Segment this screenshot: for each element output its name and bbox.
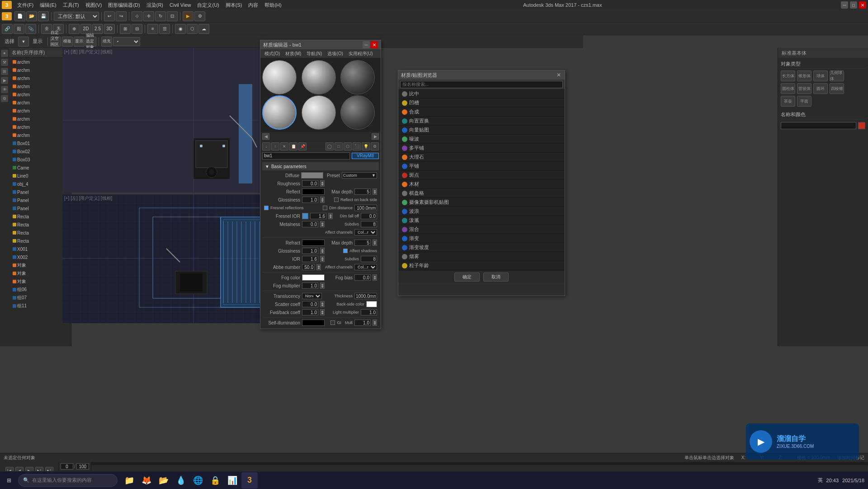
refract-channels-dropdown[interactable]: Col...rly <box>354 264 377 270</box>
scene-item[interactable]: 对象 <box>9 269 71 277</box>
mat-browser-list-item[interactable]: 波浪 <box>398 207 565 216</box>
scene-item[interactable]: Box02 <box>9 147 71 155</box>
mat-light-btn[interactable]: 💡 <box>362 142 370 150</box>
scene-item[interactable]: X001 <box>9 245 71 253</box>
mat-paste-btn[interactable]: 📌 <box>298 142 307 150</box>
mat-menu-mode[interactable]: 模式(O) <box>262 50 282 58</box>
taskbar-icon-water[interactable]: 💧 <box>173 472 189 489</box>
scene-item[interactable]: archm <box>9 131 71 139</box>
mat-sphere-4[interactable] <box>262 95 297 130</box>
taskbar-icon-edge[interactable]: 🌐 <box>190 472 206 489</box>
mat-put-btn[interactable]: ↑ <box>271 142 279 150</box>
display-panel-icon[interactable]: 👁 <box>1 86 8 93</box>
mat-browser-confirm-btn[interactable]: 确定 <box>454 273 480 282</box>
fog-mult-value[interactable] <box>302 282 318 289</box>
fog-bias-value[interactable] <box>354 274 371 281</box>
scale-btn[interactable]: ⊡ <box>167 11 178 21</box>
gi-checkbox[interactable] <box>330 320 335 325</box>
mat-browser-list-item[interactable]: 凹槽 <box>398 99 565 108</box>
metalness-value[interactable] <box>302 221 318 227</box>
basic-params-header[interactable]: ▼ Basic parameters <box>262 162 379 170</box>
mat-browser-titlebar[interactable]: 材质/贴图浏览器 ✕ <box>398 71 565 80</box>
mat-browser-list-item[interactable]: 泼溅 <box>398 216 565 225</box>
mult-spinner[interactable]: ⇕ <box>373 320 377 326</box>
customize-sel-btn[interactable]: 自定义空间区域 <box>50 37 61 47</box>
fill-dropdown[interactable]: • <box>113 37 140 46</box>
mat-editor-close[interactable]: ✕ <box>371 41 378 48</box>
open-btn[interactable]: 📂 <box>26 11 37 21</box>
menu-content[interactable]: 内容 <box>245 1 261 9</box>
taskbar-icon-firefox[interactable]: 🦊 <box>138 472 155 489</box>
save-btn[interactable]: 💾 <box>38 11 49 21</box>
reflect-back-checkbox[interactable] <box>334 197 339 202</box>
scene-item[interactable]: archm <box>9 99 71 107</box>
translucency-dropdown[interactable]: None <box>302 293 322 299</box>
mat-get-btn[interactable]: ↓ <box>262 142 270 150</box>
shape-btn-torus[interactable]: 圆环 <box>813 83 828 94</box>
scene-item[interactable]: archm <box>9 58 71 66</box>
mat-browser-list-item[interactable]: 斑点 <box>398 171 565 180</box>
fog-color-box[interactable] <box>302 274 325 281</box>
mat-menu-material[interactable]: 材质(M) <box>283 50 303 58</box>
select-filter-btn[interactable]: ▼ <box>18 37 29 47</box>
scene-item[interactable]: archm <box>9 74 71 82</box>
scene-item[interactable]: 对象 <box>9 277 71 286</box>
dim-distance-value[interactable] <box>354 205 377 211</box>
scene-item[interactable]: archm <box>9 123 71 131</box>
refract-color-box[interactable] <box>302 240 325 246</box>
motion-icon[interactable]: ▶ <box>1 77 8 84</box>
taskbar-icon-3dsmax[interactable]: 3 <box>241 472 258 489</box>
matl-btn[interactable]: ◉ <box>175 24 186 34</box>
taskbar-icon-security[interactable]: 🔒 <box>207 472 223 489</box>
select-btn[interactable]: ⊹ <box>132 11 142 21</box>
snap3d-btn[interactable]: 3D <box>104 24 115 34</box>
scene-item[interactable]: archm <box>9 115 71 123</box>
scene-item[interactable]: 对象 <box>9 261 71 269</box>
mirror-btn[interactable]: ⊞ <box>120 24 131 34</box>
array-btn[interactable]: ⊟ <box>132 24 142 34</box>
scene-item[interactable]: Line0 <box>9 172 71 180</box>
mat-browser-list-item[interactable]: 烟雾 <box>398 252 565 261</box>
scene-item[interactable]: obj_4 <box>9 180 71 188</box>
spline-edit-btn[interactable]: 编辑选定对象 <box>85 37 96 47</box>
shape-btn-geosphere[interactable]: 几何球体 <box>830 71 844 81</box>
mat-editor-titlebar[interactable]: 材质编辑器 - bw1 ─ ✕ <box>260 40 381 49</box>
modify-icon[interactable]: ⚒ <box>1 59 8 66</box>
scene-item[interactable]: Panel <box>9 188 71 196</box>
self-illum-color[interactable] <box>302 320 325 326</box>
object-name-input[interactable] <box>781 122 856 129</box>
shape-btn-plane[interactable]: 平面 <box>797 96 811 107</box>
fresnel-ior-spinner[interactable]: ⇕ <box>328 213 333 219</box>
menu-view[interactable]: 视图(V) <box>83 1 105 9</box>
mat-browser-list-item[interactable]: 木材 <box>398 180 565 189</box>
mat-browser-list-item[interactable]: 大理石 <box>398 153 565 162</box>
backside-color[interactable] <box>366 301 377 307</box>
refract-depth-spinner[interactable]: ⇕ <box>373 240 377 246</box>
menu-graph[interactable]: 图形编辑器(D) <box>105 1 142 9</box>
mat-menu-utilities[interactable]: 实用程序(U) <box>346 50 375 58</box>
mat-sphere-2[interactable] <box>302 60 336 94</box>
menu-script[interactable]: 脚本(S) <box>223 1 245 9</box>
shape-btn-pyramid[interactable]: 四棱锥 <box>830 83 844 94</box>
taskbar-icon-files[interactable]: 📁 <box>121 472 137 489</box>
metalness-spinner[interactable]: ⇕ <box>320 221 325 227</box>
shape-btn-teapot[interactable]: 茶壶 <box>781 96 795 107</box>
shape-btn-box[interactable]: 长方体 <box>781 71 795 81</box>
glossiness-value[interactable] <box>302 197 318 203</box>
taskbar-icon-chart[interactable]: 📊 <box>224 472 241 489</box>
mat-search-input[interactable] <box>400 81 563 88</box>
fresnel-ior-value[interactable] <box>310 213 326 219</box>
scene-item[interactable]: Box03 <box>9 155 71 164</box>
mat-browser-close[interactable]: ✕ <box>556 72 562 78</box>
create-icon[interactable]: ✦ <box>1 50 8 57</box>
mat-browser-list-item[interactable]: 棋盘格 <box>398 189 565 198</box>
scene-item[interactable]: 组11 <box>9 302 71 310</box>
total-frames-input[interactable] <box>76 463 89 470</box>
scene-item[interactable]: archm <box>9 82 71 90</box>
affect-channels-dropdown[interactable]: Col...rly <box>354 229 377 235</box>
fill-btn[interactable]: 填充 <box>101 37 112 47</box>
max-depth-value[interactable] <box>354 188 371 195</box>
mat-sphere-btn[interactable]: ◯ <box>326 142 334 150</box>
max-logo-btn[interactable]: 3 <box>2 12 12 20</box>
mat-browser-list-item[interactable]: 比中 <box>398 89 565 99</box>
